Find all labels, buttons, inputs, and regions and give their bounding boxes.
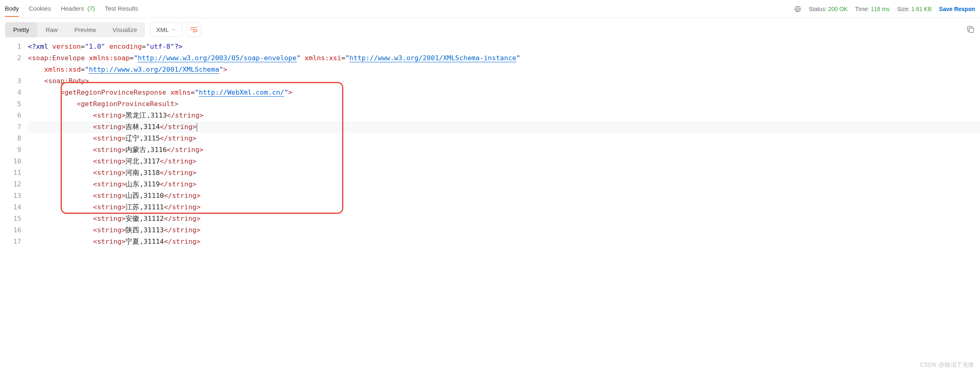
copy-icon[interactable]	[966, 25, 975, 34]
line-number: 7	[0, 121, 21, 133]
code-body[interactable]: <?xml version="1.0" encoding="utf-8"?><s…	[28, 41, 980, 247]
size-label: Size:	[897, 6, 910, 12]
line-number: 12	[0, 179, 21, 190]
view-tab-preview[interactable]: Preview	[66, 22, 104, 37]
line-number: 11	[0, 167, 21, 179]
code-line: <string>宁夏,31114</string>	[28, 236, 980, 247]
code-line: <soap:Body>	[28, 75, 980, 87]
status-label: Status:	[809, 6, 827, 12]
text-cursor	[197, 123, 197, 132]
line-number: 10	[0, 156, 21, 167]
code-area: 1234567891011121314151617 <?xml version=…	[0, 41, 980, 247]
tab-headers-count: (7)	[87, 5, 95, 12]
size-value: 1.61 KB	[911, 6, 932, 12]
code-line: <string>安徽,31112</string>	[28, 213, 980, 225]
line-number: 6	[0, 110, 21, 121]
svg-rect-1	[969, 28, 973, 32]
line-number	[0, 64, 21, 75]
line-number: 15	[0, 213, 21, 225]
code-line: <string>河北,3117</string>	[28, 156, 980, 167]
line-number: 4	[0, 87, 21, 98]
line-number-gutter: 1234567891011121314151617	[0, 41, 28, 247]
view-tab-pretty[interactable]: Pretty	[5, 22, 37, 37]
wrap-lines-button[interactable]	[186, 22, 201, 37]
code-line: <string>江苏,31111</string>	[28, 202, 980, 213]
time-value: 118 ms	[871, 6, 889, 12]
code-line: <soap:Envelope xmlns:soap="http://www.w3…	[28, 52, 980, 64]
view-tab-visualize[interactable]: Visualize	[104, 22, 145, 37]
line-number: 16	[0, 225, 21, 236]
code-line: <getRegionProvinceResult>	[28, 98, 980, 110]
size-block: Size: 1.61 KB	[897, 6, 932, 12]
tab-cookies[interactable]: Cookies	[29, 1, 51, 17]
tab-headers[interactable]: Headers (7)	[61, 1, 95, 17]
code-line: <string>河南,3118</string>	[28, 167, 980, 179]
response-toolbar-row: Pretty Raw Preview Visualize XML	[0, 18, 980, 41]
line-number: 1	[0, 41, 21, 52]
time-label: Time:	[855, 6, 869, 12]
code-line: <string>吉林,3114</string>	[28, 121, 980, 133]
line-number: 17	[0, 236, 21, 247]
response-meta: Status: 200 OK Time: 118 ms Size: 1.61 K…	[794, 5, 975, 13]
line-number: 13	[0, 190, 21, 202]
line-number: 3	[0, 75, 21, 87]
view-tab-raw[interactable]: Raw	[37, 22, 66, 37]
code-line: <string>黑龙江,3113</string>	[28, 110, 980, 121]
save-response-button[interactable]: Save Respon	[939, 6, 975, 12]
line-number: 14	[0, 202, 21, 213]
code-line: <string>山东,3119</string>	[28, 179, 980, 190]
status-block: Status: 200 OK	[809, 6, 848, 12]
format-select[interactable]: XML	[150, 23, 182, 37]
wrap-icon	[190, 26, 198, 33]
line-number: 9	[0, 144, 21, 156]
line-number: 5	[0, 98, 21, 110]
response-tabs-row: Body Cookies Headers (7) Test Results St…	[0, 0, 980, 18]
code-line: <string>内蒙古,3116</string>	[28, 144, 980, 156]
tab-test-results[interactable]: Test Results	[105, 1, 138, 17]
code-line: <?xml version="1.0" encoding="utf-8"?>	[28, 41, 980, 52]
view-mode-tabs: Pretty Raw Preview Visualize	[5, 22, 145, 37]
code-line: <getRegionProvinceResponse xmlns="http:/…	[28, 87, 980, 98]
time-block: Time: 118 ms	[855, 6, 889, 12]
format-select-value: XML	[156, 26, 169, 33]
code-line: xmlns:xsd="http://www.w3.org/2001/XMLSch…	[28, 64, 980, 75]
tab-body[interactable]: Body	[5, 1, 19, 17]
status-value: 200 OK	[828, 6, 847, 12]
line-number: 2	[0, 52, 21, 64]
tab-headers-label: Headers	[61, 5, 84, 12]
code-line: <string>陕西,31113</string>	[28, 225, 980, 236]
code-line: <string>山西,31110</string>	[28, 190, 980, 202]
line-number: 8	[0, 133, 21, 144]
response-tabs: Body Cookies Headers (7) Test Results	[5, 1, 138, 17]
globe-icon[interactable]	[794, 5, 801, 13]
chevron-down-icon	[171, 27, 176, 32]
code-line: <string>辽宁,3115</string>	[28, 133, 980, 144]
